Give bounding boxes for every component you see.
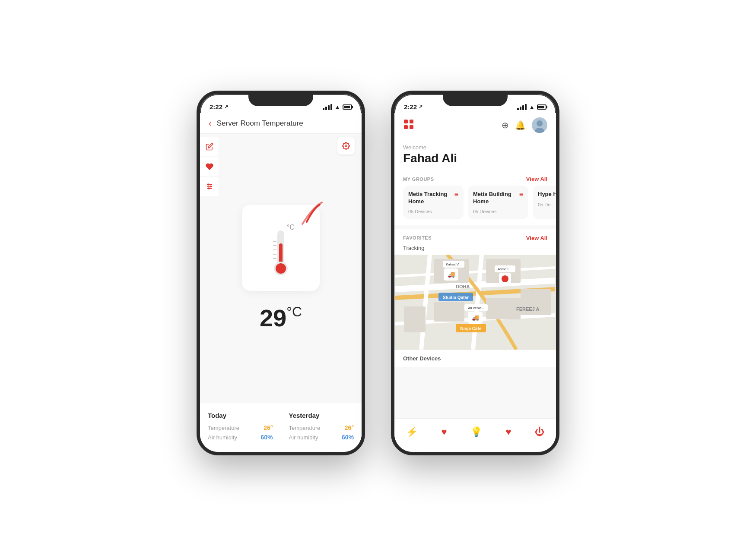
svg-text:Ali Vehic...: Ali Vehic... <box>468 306 484 310</box>
favorites-view-all[interactable]: View All <box>526 235 547 241</box>
header-actions: ⊕ 🔔 <box>502 117 547 133</box>
groups-header: MY GROUPS View All <box>394 170 556 186</box>
group-name-1: Metis Building Home <box>473 191 519 205</box>
svg-text:Studio Qatar: Studio Qatar <box>443 295 469 300</box>
svg-rect-19 <box>404 125 408 129</box>
temp-unit: °C <box>286 304 302 320</box>
group-devices-1: 05 Devices <box>473 209 523 214</box>
group-card-0-header: Metis Tracking Home ≡ <box>408 191 458 205</box>
favorites-title: FAVORITES <box>403 235 432 240</box>
group-name-2: Hype Home <box>538 191 556 198</box>
tab-favorites[interactable]: ♥ <box>442 426 447 439</box>
today-stat-card: Today Temperature 26° Air humidity 60% <box>200 403 281 452</box>
group-card-1[interactable]: Metis Building Home ≡ 05 Devices <box>468 186 528 219</box>
svg-rect-29 <box>404 306 426 332</box>
svg-text:Ninja Cafe: Ninja Cafe <box>461 326 482 331</box>
svg-text:Kainat V...: Kainat V... <box>446 262 461 266</box>
svg-rect-28 <box>486 298 521 319</box>
groups-title: MY GROUPS <box>403 177 434 182</box>
welcome-section: Welcome Fahad Ali <box>394 138 556 170</box>
power-icon: ⏻ <box>535 426 544 438</box>
svg-text:FEREEJ A: FEREEJ A <box>516 306 539 312</box>
svg-rect-18 <box>410 120 413 123</box>
group-name-0: Metis Tracking Home <box>408 191 454 205</box>
svg-point-16 <box>276 263 286 274</box>
nav-title: Server Room Temperature <box>217 119 303 128</box>
yesterday-humidity-label: Air humidity <box>289 434 318 441</box>
svg-rect-17 <box>404 120 408 123</box>
phone2-content: ⊕ 🔔 Welcome Fahad Ali MY GROUPS View All <box>394 113 556 452</box>
favorites-header: FAVORITES View All <box>394 229 556 245</box>
svg-text:🚚: 🚚 <box>448 271 455 278</box>
battery-icon-2 <box>537 104 546 110</box>
group-devices-0: 05 Devices <box>408 209 458 214</box>
map-container[interactable]: DOHA FEREEJ A 🚚 Kainat V... Asma L... 🚚 … <box>394 255 556 350</box>
today-temp-label: Temperature <box>208 425 239 431</box>
groups-view-all[interactable]: View All <box>526 176 547 182</box>
time-2: 2:22 <box>404 103 417 110</box>
back-button[interactable]: ‹ <box>209 118 212 128</box>
user-avatar[interactable] <box>532 117 547 133</box>
group-devices-2: 05 De... <box>538 202 556 207</box>
group-card-2-header: Hype Home ≡ <box>538 191 556 199</box>
battery-icon-1 <box>343 104 352 110</box>
group-card-2[interactable]: Hype Home ≡ 05 De... <box>533 186 556 219</box>
user-name: Fahad Ali <box>403 151 547 165</box>
time-1: 2:22 <box>210 103 222 110</box>
phone1: 2:22 ↗ ▲ ‹ Server Room Temperature <box>197 91 365 455</box>
status-icons-1: ▲ <box>323 104 352 110</box>
groups-scroll: Metis Tracking Home ≡ 05 Devices Metis B… <box>394 186 556 225</box>
tab-heart[interactable]: ♥ <box>505 426 511 439</box>
wifi-icon-1: ▲ <box>334 104 340 110</box>
svg-rect-20 <box>410 125 413 129</box>
temperature-display: 29 °C <box>260 304 302 332</box>
phone2: 2:22 ↗ ▲ <box>391 91 559 455</box>
today-temp-value: 26° <box>264 424 273 431</box>
wifi-arcs <box>298 200 324 228</box>
status-bar-2: 2:22 ↗ ▲ <box>394 94 556 113</box>
yesterday-temp-row: Temperature 26° <box>289 424 354 431</box>
add-icon[interactable]: ⊕ <box>502 120 509 130</box>
yesterday-temp-label: Temperature <box>289 425 321 431</box>
svg-point-38 <box>502 275 508 282</box>
yesterday-period: Yesterday <box>289 412 354 419</box>
temp-value: 29 <box>260 304 286 332</box>
nav-header: ‹ Server Room Temperature <box>200 113 362 134</box>
group-card-1-header: Metis Building Home ≡ <box>473 191 523 205</box>
devices-icon: ⚡ <box>406 426 418 438</box>
today-humidity-value: 60% <box>260 434 273 441</box>
signal-bars-2 <box>517 104 527 110</box>
today-period: Today <box>208 412 273 419</box>
favorites-label: Tracking <box>394 245 556 255</box>
grid-icon[interactable] <box>403 119 414 132</box>
signal-bars-1 <box>323 104 332 110</box>
yesterday-temp-value: 26° <box>345 424 354 431</box>
map-svg: DOHA FEREEJ A 🚚 Kainat V... Asma L... 🚚 … <box>394 255 556 350</box>
yesterday-stat-card: Yesterday Temperature 26° Air humidity 6… <box>281 403 362 452</box>
svg-rect-26 <box>434 302 464 322</box>
group-card-0[interactable]: Metis Tracking Home ≡ 05 Devices <box>403 186 464 219</box>
favorites-icon: ♥ <box>442 426 447 438</box>
thermometer-area: °C 29 °C <box>200 134 362 403</box>
stack-icon-1: ≡ <box>519 191 523 199</box>
today-temp-row: Temperature 26° <box>208 424 273 431</box>
location-icon-2: ↗ <box>419 104 422 110</box>
other-devices: Other Devices <box>394 350 556 367</box>
bell-icon[interactable]: 🔔 <box>515 120 526 130</box>
today-humidity-row: Air humidity 60% <box>208 434 273 441</box>
tab-devices[interactable]: ⚡ <box>406 426 418 439</box>
today-humidity-label: Air humidity <box>208 434 237 441</box>
tab-lights[interactable]: 💡 <box>470 426 482 439</box>
favorites-section: FAVORITES View All Tracking <box>394 229 556 255</box>
status-bar-1: 2:22 ↗ ▲ <box>200 94 362 113</box>
stats-section: Today Temperature 26° Air humidity 60% Y… <box>200 403 362 452</box>
status-icons-2: ▲ <box>517 104 546 110</box>
svg-point-22 <box>537 120 543 126</box>
lights-icon: 💡 <box>470 426 482 438</box>
svg-text:Asma L...: Asma L... <box>498 267 512 271</box>
tab-power[interactable]: ⏻ <box>535 426 544 439</box>
location-icon-1: ↗ <box>224 104 228 110</box>
yesterday-humidity-value: 60% <box>342 434 354 441</box>
svg-text:DOHA: DOHA <box>456 284 470 289</box>
bottom-tab-bar: ⚡ ♥ 💡 ♥ ⏻ <box>394 418 556 452</box>
